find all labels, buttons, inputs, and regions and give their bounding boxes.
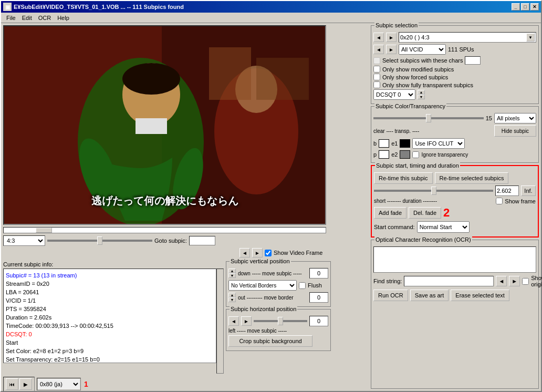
info-line-6: TimeCode: 00:00:39,913 --> 00:00:42,515 — [6, 322, 214, 330]
only-modified-label: Only show modified subpics — [382, 66, 454, 73]
show-frame-checkbox[interactable] — [496, 198, 503, 204]
format-select[interactable]: 0x80 (ja) — [38, 379, 80, 389]
start-command-select[interactable]: Normal Start — [417, 221, 470, 233]
horiz-pos-label: Subpic horizontal position — [230, 306, 297, 312]
e2-label: e2 — [391, 151, 398, 158]
select-chars-input[interactable] — [465, 56, 481, 65]
only-transparent-label: Only show fully transparent subpics — [382, 82, 473, 88]
vert-spin-up2[interactable]: ▲ — [228, 293, 236, 297]
ignore-transp-checkbox[interactable] — [412, 151, 419, 158]
close-button[interactable]: ✕ — [530, 3, 539, 11]
vert-spinbox1[interactable]: 0 — [309, 268, 328, 278]
dcsqt-spin-up[interactable]: ▲ — [418, 90, 425, 95]
duration-slider[interactable] — [374, 190, 493, 192]
p-label: p — [373, 151, 377, 158]
timeline-track[interactable] — [3, 227, 326, 233]
right-panel: Subpic selection ◄ ► 0x20 ( ) 4:3 ▼ ◄ ► … — [371, 25, 539, 389]
only-transparent-checkbox[interactable] — [373, 81, 380, 88]
dcsqt-spin-down[interactable]: ▼ — [418, 95, 425, 99]
save-as-art-button[interactable]: Save as art — [410, 290, 449, 301]
horiz-spinbox[interactable]: 0 — [309, 316, 328, 326]
spu-count: 111 SPUs — [448, 46, 474, 53]
vert-borders-select[interactable]: No Vertical Borders — [228, 280, 297, 291]
horiz-nav-right[interactable]: ► — [241, 316, 252, 326]
svg-rect-9 — [209, 47, 251, 100]
position-slider[interactable] — [47, 240, 152, 242]
bottom-left-panels: Current subpic info: Subpic# = 13 (13 in… — [3, 261, 369, 391]
vcid-select[interactable]: All VCID — [399, 44, 446, 55]
menu-file[interactable]: File — [3, 14, 19, 22]
goto-input[interactable] — [189, 236, 215, 245]
inf-button[interactable]: Inf. — [521, 185, 536, 196]
nav-prev-button[interactable]: ◄ — [239, 248, 250, 257]
subpic-combo-arrow[interactable]: ▼ — [526, 33, 535, 42]
transp-row: clear ---- transp. ---- Hide subpic — [373, 125, 536, 137]
run-ocr-button[interactable]: Run OCR — [373, 290, 408, 301]
find-input[interactable] — [404, 276, 494, 286]
show-video-checkbox[interactable] — [265, 250, 272, 256]
erase-selected-button[interactable]: Erase selected text — [451, 290, 509, 301]
title-text: E¥SubEdit¥VIDEO_TS¥VTS_01_1.VOB ... -- 1… — [14, 4, 512, 10]
show-original-checkbox[interactable] — [522, 278, 529, 285]
ifo-clut-select[interactable]: Use IFO CLUT — [412, 138, 465, 149]
timeline-scrollbar[interactable] — [3, 227, 326, 233]
info-line-2: LBA = 20641 — [6, 288, 214, 296]
vert-spin-up[interactable]: ▲ — [228, 269, 236, 273]
info-scroll-area: Subpic# = 13 (13 in stream) StreamID = 0… — [3, 269, 224, 374]
crop-bg-button[interactable]: Crop subpic background — [228, 335, 312, 347]
horiz-nav-left[interactable]: ◄ — [228, 316, 239, 326]
timeline-thumb[interactable] — [36, 228, 52, 233]
add-fade-button[interactable]: Add fade — [374, 207, 407, 219]
menubar: File Edit OCR Help — [1, 13, 541, 23]
only-forced-checkbox[interactable] — [373, 74, 380, 80]
vert-spin-down[interactable]: ▼ — [228, 273, 236, 278]
duration-input[interactable] — [495, 185, 519, 196]
subpic-next-btn2[interactable]: ► — [386, 45, 397, 54]
menu-edit[interactable]: Edit — [19, 14, 35, 22]
hide-subpic-button[interactable]: Hide subpic — [494, 125, 536, 137]
all-pixels-select[interactable]: All pixels — [494, 113, 536, 123]
retime-selected-button[interactable]: Re-time selected subpics — [435, 172, 509, 184]
b-swatch[interactable] — [379, 139, 389, 148]
del-fade-button[interactable]: Del. fade — [409, 207, 441, 219]
flush-checkbox[interactable] — [299, 282, 306, 289]
color-group-label: Subpic Color/Transparency — [374, 103, 446, 109]
start-command-row: Start command: Normal Start — [374, 221, 536, 233]
nav-next-button[interactable]: ► — [252, 248, 263, 257]
info-scrollbar[interactable] — [216, 269, 224, 374]
menu-help[interactable]: Help — [54, 14, 72, 22]
select-chars-checkbox[interactable] — [373, 57, 380, 64]
aspect-ratio-select[interactable]: 4:3 — [3, 235, 45, 246]
e1-swatch[interactable] — [400, 139, 410, 148]
crop-bg-row: Crop subpic background — [228, 335, 328, 347]
retime-subpic-button[interactable]: Re-time this subpic — [374, 172, 433, 184]
menu-ocr[interactable]: OCR — [35, 14, 54, 22]
play-button[interactable]: ▶ — [19, 378, 32, 390]
only-modified-checkbox[interactable] — [373, 66, 380, 73]
find-prev-button[interactable]: ◄ — [496, 276, 507, 286]
p-swatch[interactable] — [379, 150, 389, 159]
info-line-8: Start — [6, 338, 214, 347]
duration-row: Inf. — [374, 185, 536, 196]
subpic-info-box: Subpic# = 13 (13 in stream) StreamID = 0… — [3, 269, 216, 363]
goto-start-button[interactable]: ⏮ — [6, 378, 18, 390]
ocr-btn-row: Run OCR Save as art Erase selected text — [373, 290, 536, 301]
subpic-prev-btn[interactable]: ◄ — [373, 33, 384, 42]
find-label: Find string: — [373, 278, 402, 284]
subpic-prev-btn2[interactable]: ◄ — [373, 45, 384, 54]
vert-spinbox2[interactable]: 0 — [309, 292, 328, 303]
find-row: Find string: ◄ ► Show original — [373, 275, 536, 287]
playback-controls: ⏮ ▶ — [3, 377, 35, 391]
vertical-pos-group: Subpic vertical position ▲ ▼ down ----- … — [226, 261, 331, 307]
maximize-button[interactable]: □ — [521, 3, 529, 11]
subpic-next-btn[interactable]: ► — [386, 33, 397, 42]
vert-spin-down2[interactable]: ▼ — [228, 297, 236, 302]
timing-label: Subpic start, timing and duration — [375, 162, 460, 169]
e2-swatch[interactable] — [400, 150, 410, 159]
color-slider[interactable] — [373, 117, 484, 119]
minimize-button[interactable]: _ — [512, 3, 520, 11]
horiz-slider[interactable] — [254, 320, 307, 322]
dcsqt-select[interactable]: DCSQT 0 — [373, 89, 415, 100]
slider-value: 15 — [486, 115, 492, 121]
find-next-button[interactable]: ► — [509, 276, 520, 286]
